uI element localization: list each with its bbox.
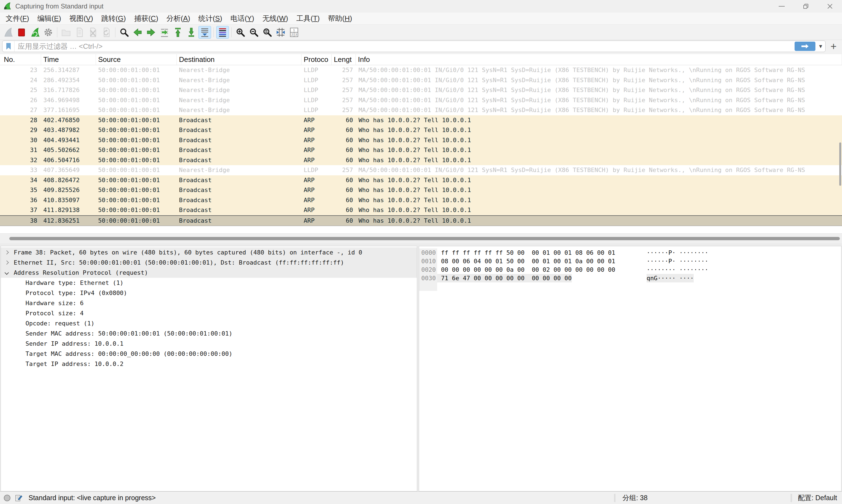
toolbar-restart-capture-button[interactable]: [29, 26, 41, 39]
detail-row[interactable]: Hardware size: 6: [1, 298, 417, 308]
menu-item-wireless[interactable]: 无线(W): [258, 13, 292, 24]
packet-row[interactable]: 25316.71782650:00:00:01:00:01Nearest-Bri…: [0, 85, 842, 95]
toolbar-go-to-packet-button[interactable]: [158, 26, 171, 39]
collapse-chevron-icon[interactable]: [5, 270, 9, 275]
filter-dropdown-button[interactable]: ▾: [816, 42, 825, 51]
packet-row[interactable]: 35409.82552650:00:00:01:00:01BroadcastAR…: [0, 185, 842, 195]
hex-ascii[interactable]: qnG····· ····: [647, 274, 694, 283]
toolbar-open-file-button[interactable]: [60, 26, 72, 39]
toolbar-colorize-button[interactable]: [216, 26, 229, 39]
toolbar-next-packet-button[interactable]: [145, 26, 157, 39]
detail-row[interactable]: Protocol type: IPv4 (0x0800): [1, 288, 417, 298]
menu-item-analyze[interactable]: 分析(A): [162, 13, 194, 24]
column-header-no[interactable]: No.: [0, 54, 41, 65]
hex-ascii[interactable]: ······P· ········: [647, 257, 708, 266]
expand-chevron-icon[interactable]: [5, 260, 9, 265]
expand-chevron-icon[interactable]: [5, 250, 9, 254]
restore-button[interactable]: [794, 0, 818, 13]
horizontal-scrollbar-thumb[interactable]: [9, 237, 840, 240]
packet-row[interactable]: 36410.83509750:00:00:01:00:01BroadcastAR…: [0, 195, 842, 205]
hex-bytes[interactable]: ff ff ff ff ff ff 50 00 00 01 00 01 08 0…: [437, 249, 615, 257]
toolbar-resize-columns-button[interactable]: [274, 26, 287, 39]
capture-comment-icon[interactable]: [15, 494, 22, 502]
detail-row[interactable]: Address Resolution Protocol (request): [1, 268, 417, 278]
hex-row[interactable]: 002000 00 00 00 00 00 0a 00 00 02 00 00 …: [419, 266, 841, 274]
column-header-length[interactable]: Lengt: [332, 54, 356, 65]
toolbar-close-capture-button[interactable]: [87, 26, 99, 39]
add-filter-button[interactable]: +: [828, 40, 839, 52]
detail-row[interactable]: Frame 38: Packet, 60 bytes on wire (480 …: [1, 247, 417, 257]
packet-row[interactable]: 23256.31428750:00:00:01:00:01Nearest-Bri…: [0, 65, 842, 75]
menu-item-help[interactable]: 帮助(H): [324, 13, 356, 24]
vertical-scrollbar[interactable]: [839, 142, 841, 186]
menu-item-capture[interactable]: 捕获(C): [130, 13, 162, 24]
menu-item-go[interactable]: 跳转(G): [97, 13, 130, 24]
hex-bytes[interactable]: 08 00 06 04 00 01 50 00 00 01 00 01 0a 0…: [437, 257, 615, 266]
hex-ascii[interactable]: ········ ········: [647, 266, 708, 274]
cell-destination: Broadcast: [177, 185, 301, 195]
toolbar-find-packet-button[interactable]: [118, 26, 130, 39]
detail-row[interactable]: Sender IP address: 10.0.0.1: [1, 339, 417, 349]
packet-row[interactable]: 37411.82913850:00:00:01:00:01BroadcastAR…: [0, 205, 842, 215]
column-header-destination[interactable]: Destination: [177, 54, 301, 65]
horizontal-scrollbar-track[interactable]: [0, 233, 842, 243]
toolbar-zoom-reset-button[interactable]: [261, 26, 274, 39]
packet-row[interactable]: 31405.50266250:00:00:01:00:01BroadcastAR…: [0, 145, 842, 155]
packet-row[interactable]: 27377.16169550:00:00:01:00:01Nearest-Bri…: [0, 105, 842, 115]
detail-row[interactable]: Target MAC address: 00:00:00_00:00:00 (0…: [1, 349, 417, 359]
minimize-button[interactable]: [770, 0, 794, 13]
toolbar-layout-button[interactable]: 123: [288, 26, 300, 39]
display-filter-input[interactable]: [15, 42, 794, 51]
menu-item-edit[interactable]: 编辑(E): [33, 13, 65, 24]
detail-row[interactable]: Opcode: request (1): [1, 318, 417, 328]
toolbar-auto-scroll-button[interactable]: [198, 26, 211, 39]
column-header-info[interactable]: Info: [356, 54, 842, 65]
column-header-protocol[interactable]: Protoco: [301, 54, 332, 65]
toolbar-start-capture-button[interactable]: [2, 26, 14, 39]
packet-row[interactable]: 29403.48798250:00:00:01:00:01BroadcastAR…: [0, 125, 842, 135]
detail-row[interactable]: Target IP address: 10.0.0.2: [1, 359, 417, 369]
close-button[interactable]: [818, 0, 842, 13]
column-header-time[interactable]: Time: [41, 54, 96, 65]
toolbar-previous-packet-button[interactable]: [131, 26, 144, 39]
menu-item-view[interactable]: 视图(V): [65, 13, 97, 24]
packet-row[interactable]: 33407.36564950:00:00:01:00:01Nearest-Bri…: [0, 165, 842, 175]
column-header-source[interactable]: Source: [96, 54, 177, 65]
packet-row[interactable]: 34408.82647250:00:00:01:00:01BroadcastAR…: [0, 175, 842, 185]
menu-item-telephony[interactable]: 电话(Y): [226, 13, 259, 24]
packet-row[interactable]: 24286.49235450:00:00:01:00:01Nearest-Bri…: [0, 75, 842, 86]
detail-row[interactable]: Protocol size: 4: [1, 308, 417, 318]
apply-filter-button[interactable]: [794, 42, 815, 51]
hex-row[interactable]: 001008 00 06 04 00 01 50 00 00 01 00 01 …: [419, 257, 841, 266]
detail-row[interactable]: Ethernet II, Src: 50:00:00:01:00:01 (50:…: [1, 257, 417, 268]
packet-row[interactable]: 28402.47685050:00:00:01:00:01BroadcastAR…: [0, 115, 842, 125]
pane-splitter[interactable]: [0, 243, 842, 246]
detail-row[interactable]: Hardware type: Ethernet (1): [1, 278, 417, 288]
detail-row[interactable]: Sender MAC address: 50:00:00:01:00:01 (5…: [1, 328, 417, 339]
toolbar-zoom-out-button[interactable]: [247, 26, 260, 39]
toolbar-save-file-button[interactable]: [73, 26, 86, 39]
menu-item-statistics[interactable]: 统计(S): [194, 13, 226, 24]
packet-row[interactable]: 26346.96949850:00:00:01:00:01Nearest-Bri…: [0, 95, 842, 106]
toolbar-last-packet-button[interactable]: [185, 26, 198, 39]
cell-time: 409.825526: [41, 185, 96, 195]
cell-info: MA/50:00:00:01:00:01 IN/Gi0/0 121 SysN=R…: [356, 65, 842, 75]
hex-ascii[interactable]: ······P· ········: [647, 249, 708, 257]
packet-row[interactable]: 30404.49344150:00:00:01:00:01BroadcastAR…: [0, 135, 842, 145]
profile-button[interactable]: 配置: Default: [792, 493, 838, 502]
toolbar-capture-options-button[interactable]: [42, 26, 55, 39]
menu-item-tools[interactable]: 工具(T): [292, 13, 324, 24]
filter-bookmark-button[interactable]: [2, 41, 15, 52]
toolbar-zoom-in-button[interactable]: [234, 26, 247, 39]
hex-row[interactable]: 003071 6e 47 00 00 00 00 00 00 00 00 00q…: [419, 274, 841, 283]
hex-bytes[interactable]: 00 00 00 00 00 00 0a 00 00 02 00 00 00 0…: [437, 266, 615, 274]
toolbar-stop-capture-button[interactable]: [15, 26, 28, 39]
toolbar-reload-button[interactable]: [100, 26, 113, 39]
hex-row[interactable]: 0000ff ff ff ff ff ff 50 00 00 01 00 01 …: [419, 249, 841, 257]
toolbar-first-packet-button[interactable]: [172, 26, 184, 39]
packet-row[interactable]: 32406.50471650:00:00:01:00:01BroadcastAR…: [0, 155, 842, 165]
hex-bytes[interactable]: 71 6e 47 00 00 00 00 00 00 00 00 00: [437, 274, 572, 283]
menu-item-file[interactable]: 文件(F): [2, 13, 33, 24]
expert-info-icon[interactable]: [4, 495, 11, 501]
packet-row-selected[interactable]: 38412.83625150:00:00:01:00:01BroadcastAR…: [0, 215, 842, 226]
